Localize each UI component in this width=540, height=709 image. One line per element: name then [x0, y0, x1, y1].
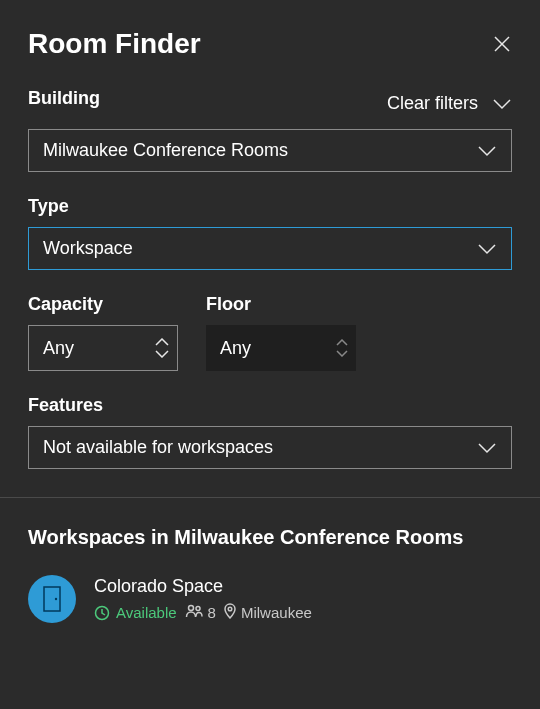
chevron-down-icon [492, 98, 512, 110]
pin-icon [224, 603, 236, 622]
chevron-down-icon [477, 243, 497, 255]
chevron-down-icon [155, 350, 169, 358]
type-select[interactable]: Workspace [28, 227, 512, 270]
floor-label: Floor [206, 294, 356, 315]
svg-point-5 [188, 606, 193, 611]
capacity-text: 8 [208, 604, 216, 621]
divider [0, 497, 540, 498]
results-heading: Workspaces in Milwaukee Conference Rooms [28, 526, 512, 549]
status-text: Available [116, 604, 177, 621]
capacity-meta: 8 [185, 604, 216, 621]
type-value: Workspace [43, 238, 133, 259]
chevron-down-icon [477, 145, 497, 157]
svg-point-3 [55, 598, 57, 600]
capacity-value: Any [29, 338, 88, 359]
features-value: Not available for workspaces [43, 437, 273, 458]
close-button[interactable] [492, 34, 512, 54]
svg-point-7 [228, 607, 232, 611]
capacity-stepper[interactable]: Any [28, 325, 178, 371]
svg-point-6 [196, 607, 200, 611]
features-select[interactable]: Not available for workspaces [28, 426, 512, 469]
building-value: Milwaukee Conference Rooms [43, 140, 288, 161]
chevron-down-icon [336, 350, 348, 357]
workspace-result-item[interactable]: Colorado Space Available 8 Milwaukee [28, 575, 512, 623]
building-label: Building [28, 88, 100, 109]
type-label: Type [28, 196, 512, 217]
people-icon [185, 604, 203, 621]
svg-rect-2 [44, 587, 60, 611]
floor-stepper: Any [206, 325, 356, 371]
stepper-arrows [328, 339, 356, 357]
close-icon [493, 35, 511, 53]
availability-status: Available [94, 604, 177, 621]
door-icon [28, 575, 76, 623]
features-label: Features [28, 395, 512, 416]
stepper-arrows [147, 338, 177, 358]
clear-filters-button[interactable]: Clear filters [387, 93, 512, 114]
building-select[interactable]: Milwaukee Conference Rooms [28, 129, 512, 172]
clear-filters-label: Clear filters [387, 93, 478, 114]
page-title: Room Finder [28, 28, 201, 60]
chevron-up-icon [336, 339, 348, 346]
capacity-label: Capacity [28, 294, 178, 315]
chevron-down-icon [477, 442, 497, 454]
chevron-up-icon [155, 338, 169, 346]
location-text: Milwaukee [241, 604, 312, 621]
clock-icon [94, 605, 110, 621]
location-meta: Milwaukee [224, 603, 312, 622]
floor-value: Any [206, 338, 265, 359]
workspace-name: Colorado Space [94, 576, 312, 597]
